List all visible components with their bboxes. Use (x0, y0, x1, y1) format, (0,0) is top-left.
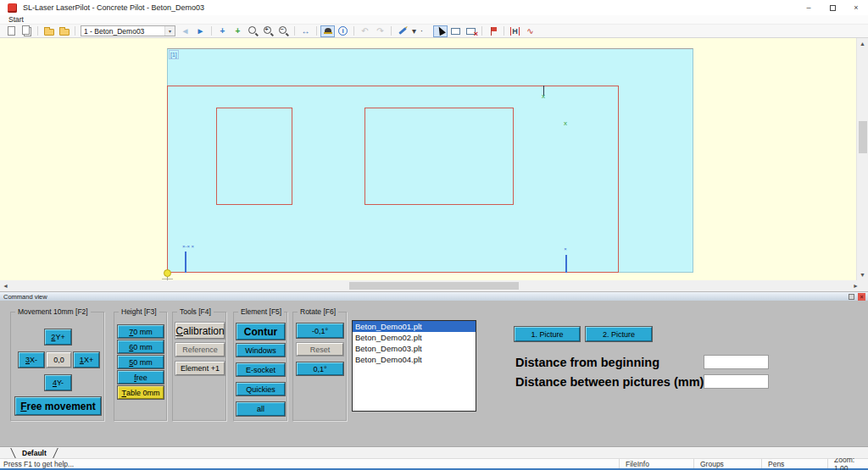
drawing-canvas[interactable]: [1] xx×-× ×× (0, 38, 856, 280)
redo-button[interactable]: ↷ (373, 25, 387, 37)
blue-x-right: × (564, 246, 567, 252)
new-document-button[interactable] (4, 25, 19, 37)
windows-button[interactable]: Windows (236, 344, 285, 357)
pens-dropdown[interactable]: ▾ (410, 25, 418, 37)
height-free-button[interactable]: free (118, 371, 164, 384)
back-button[interactable]: ◄ (178, 25, 192, 37)
pens-button[interactable] (395, 25, 409, 37)
rect-select-button[interactable] (448, 25, 463, 37)
command-view-close-button[interactable]: × (858, 293, 865, 301)
blue-line-left (185, 252, 186, 273)
height-tool-icon: H (510, 27, 520, 36)
open-folder-icon (44, 29, 54, 36)
import-file-button[interactable] (57, 25, 71, 37)
center-view-icon: + (236, 26, 241, 36)
zoom-button[interactable] (246, 25, 260, 37)
move-x-minus-button[interactable]: 3 X- (19, 352, 44, 368)
curve-tool-button[interactable]: ∿ (523, 25, 537, 37)
horizontal-scroll-thumb[interactable] (349, 282, 519, 290)
canvas-row: [1] xx×-× ×× ▲ ▼ (0, 38, 868, 280)
copy-button[interactable] (19, 25, 34, 37)
height-tool-button[interactable]: H (508, 25, 522, 37)
vertical-scrollbar[interactable]: ▲ ▼ (856, 38, 868, 280)
height-70mm-button[interactable]: 70 mm (118, 325, 164, 338)
zoom-out-icon: − (278, 25, 289, 36)
green-cross-1: x (542, 93, 545, 100)
toolbar-separator (294, 26, 295, 36)
toolbar-separator (353, 26, 354, 36)
list-item[interactable]: Beton_Demo03.plt (353, 343, 476, 354)
scroll-up-icon: ▲ (860, 41, 865, 47)
move-y-minus-button[interactable]: 4 Y- (45, 375, 71, 390)
picture-1-button[interactable]: 1. Picture (515, 327, 580, 341)
forward-button[interactable]: ► (193, 25, 208, 37)
status-help-text: Press F1 to get help... (0, 460, 74, 468)
all-button[interactable]: all (236, 402, 285, 416)
center-view-button[interactable]: + (231, 25, 245, 37)
open-file-button[interactable] (42, 25, 56, 37)
scroll-up-button[interactable]: ▲ (857, 38, 868, 49)
distance-from-input[interactable] (704, 355, 769, 369)
height-50mm-button[interactable]: 50 mm (118, 356, 164, 368)
forward-icon: ► (197, 26, 205, 36)
contur-button[interactable]: Contur (236, 323, 285, 340)
e-socket-button[interactable]: E-socket (236, 363, 285, 376)
scroll-down-button[interactable]: ▼ (857, 269, 868, 280)
green-cross-2: x (564, 120, 567, 127)
vertical-scroll-thumb[interactable] (859, 121, 867, 153)
deselect-button[interactable]: × (464, 25, 478, 37)
status-bar: Press F1 to get help... FileInfo Groups … (0, 458, 868, 468)
app-icon (8, 3, 17, 13)
menu-start[interactable]: Start (8, 15, 24, 24)
laser-toggle-button[interactable] (320, 25, 335, 37)
height-table-0mm-button[interactable]: Table 0mm (118, 386, 164, 399)
element-plus1-button[interactable]: Element +1 (175, 362, 225, 375)
reference-button[interactable]: Reference (175, 343, 225, 357)
list-item[interactable]: Beton_Demo04.plt (353, 354, 476, 365)
free-movement-button[interactable]: Free movement (15, 397, 101, 415)
toolbar-separator (391, 26, 392, 36)
list-item[interactable]: Beton_Demo01.plt (353, 321, 476, 332)
group-rotate: Rotate [F6] -0,1° Reset 0,1° (292, 312, 347, 421)
rotate-reset-button[interactable]: Reset (297, 343, 343, 356)
info-button[interactable]: i (336, 25, 350, 37)
zoom-out-button[interactable]: − (276, 25, 291, 37)
undo-button[interactable]: ↶ (358, 25, 372, 37)
undo-icon: ↶ (361, 26, 368, 36)
move-x-plus-button[interactable]: 1 X+ (74, 352, 99, 368)
tab-strip: Default (0, 446, 868, 458)
maximize-button[interactable] (821, 0, 844, 15)
calibration-button[interactable]: Calibration (175, 323, 225, 339)
flag-tool-button[interactable] (486, 25, 500, 37)
chevron-down-icon[interactable]: ▾ (164, 26, 175, 36)
blue-mark-glyphs: ×-× × (182, 243, 194, 250)
distance-between-input[interactable] (704, 374, 769, 389)
scroll-right-button[interactable]: ► (850, 280, 861, 291)
horizontal-scrollbar[interactable]: ◄ ► (0, 280, 868, 291)
minimize-button[interactable]: – (797, 0, 821, 15)
window-opening-1 (216, 108, 292, 205)
height-60mm-button[interactable]: 60 mm (118, 340, 164, 353)
rotate-minus-button[interactable]: -0,1° (297, 323, 343, 338)
move-center-button[interactable]: 0,0 (47, 352, 71, 368)
scroll-left-button[interactable]: ◄ (0, 280, 11, 291)
close-button[interactable]: × (844, 0, 868, 15)
file-list[interactable]: Beton_Demo01.pltBeton_Demo02.pltBeton_De… (352, 320, 476, 412)
select-tool-button[interactable] (433, 25, 448, 37)
tab-default[interactable]: Default (14, 448, 55, 458)
rotate-plus-button[interactable]: 0,1° (297, 362, 343, 375)
magnifier-icon (248, 25, 259, 36)
measure-button[interactable]: ↔ (298, 25, 313, 37)
list-item[interactable]: Beton_Demo02.plt (353, 332, 476, 343)
toolbar-separator (211, 26, 212, 36)
pan-button[interactable]: + (215, 25, 230, 37)
zoom-in-button[interactable]: + (261, 25, 275, 37)
quickies-button[interactable]: Quickies (236, 383, 285, 395)
move-y-plus-button[interactable]: 2 Y+ (45, 329, 71, 345)
redo-icon: ↷ (376, 26, 383, 36)
picture-2-button[interactable]: 2. Picture (586, 327, 652, 341)
document-select[interactable]: 1 - Beton_Demo03 ▾ (81, 25, 175, 36)
distance-from-label: Distance from beginning (515, 356, 659, 369)
pin-icon[interactable] (849, 294, 854, 300)
import-folder-icon (59, 29, 70, 36)
